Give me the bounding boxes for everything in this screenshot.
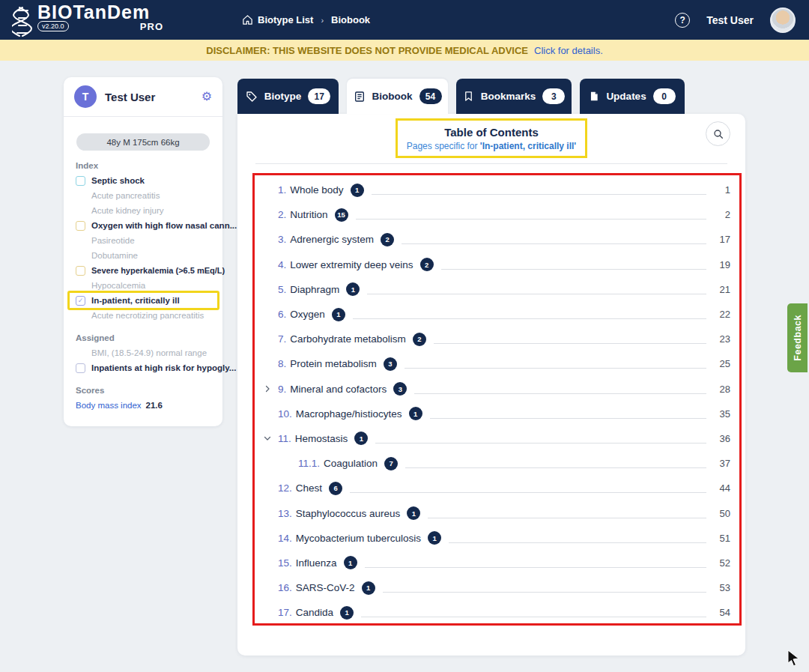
assigned-item-inpatients-hypoglycemia[interactable]: Inpatients at high risk for hypogly... — [64, 360, 222, 375]
page-number: 53 — [714, 582, 730, 593]
toc-row-whole-body[interactable]: 1. Whole body 1 1 — [262, 178, 730, 202]
chevron-down-icon[interactable] — [263, 434, 272, 443]
toc-row-protein-metabolism[interactable]: 8. Protein metabolism 3 25 — [262, 351, 730, 376]
tab-count-badge: 3 — [542, 88, 565, 104]
count-badge: 6 — [329, 482, 342, 495]
dot-leader — [402, 243, 706, 244]
tab-count-badge: 17 — [308, 88, 330, 104]
count-badge: 7 — [384, 457, 398, 470]
dot-leader — [434, 343, 706, 344]
toc-row-carbohydrate-metabolism[interactable]: 7. Carbohydrate metabolism 2 23 — [262, 327, 730, 351]
toc-row-coagulation[interactable]: 11.1. Coagulation 7 37 — [262, 451, 730, 476]
dot-leader — [383, 592, 706, 593]
index-item-hypocalcemia[interactable]: Hypocalcemia — [64, 278, 222, 293]
page-number: 21 — [714, 284, 730, 295]
dot-leader — [356, 219, 706, 220]
index-item-dobutamine[interactable]: Dobutamine — [64, 248, 222, 263]
search-button[interactable] — [706, 121, 730, 146]
count-badge: 1 — [354, 432, 368, 445]
checkbox[interactable] — [76, 363, 85, 373]
dot-leader — [441, 269, 706, 270]
index-item-pasireotide[interactable]: Pasireotide — [64, 233, 222, 248]
toc-row-mineral-and-cofactors[interactable]: 9. Mineral and cofactors 3 28 — [262, 377, 730, 402]
toc-row-lower-extremity-deep-veins[interactable]: 4. Lower extremity deep veins 2 19 — [262, 252, 730, 277]
toc-header-highlight: Table of Contents Pages specific for 'In… — [396, 118, 587, 158]
count-badge: 2 — [413, 333, 426, 346]
toc-annotation-box: 1. Whole body 1 1 2. Nutrition 15 2 3. A… — [252, 173, 742, 626]
page-number: 1 — [714, 184, 730, 196]
help-button[interactable]: ? — [675, 13, 690, 28]
tab-updates[interactable]: Updates 0 — [580, 79, 685, 114]
top-navbar: BIOTanDem v2.20.0 PRO Biotype List › Bio… — [0, 0, 809, 40]
disclaimer-details-link[interactable]: Click for details. — [534, 45, 603, 56]
book-icon — [354, 91, 366, 103]
chevron-right-icon[interactable] — [263, 384, 272, 393]
tag-icon — [246, 91, 258, 103]
page-number: 35 — [714, 408, 730, 420]
index-item-oxygen-hfnc[interactable]: Oxygen with high flow nasal cann... — [64, 218, 222, 233]
count-badge: 1 — [346, 282, 360, 296]
count-badge: 1 — [332, 308, 345, 321]
checkbox[interactable] — [76, 176, 85, 186]
disclaimer-text: DISCLAIMER: THIS WEBSITE DOES NOT PROVID… — [206, 45, 528, 56]
toc-row-sars-cov-2[interactable]: 16. SARS-CoV-2 1 53 — [262, 575, 730, 600]
index-item-inpatient-critically-ill[interactable]: ✓ In-patient, critically ill — [64, 293, 222, 308]
feedback-button[interactable]: Feedback — [787, 303, 808, 372]
page-number: 37 — [714, 458, 730, 469]
tab-biobook[interactable]: Biobook 54 — [347, 79, 448, 114]
main-tabs: Biotype 17 Biobook 54 Bookmarks 3 Update… — [237, 79, 685, 114]
index-item-acute-pancreatitis[interactable]: Acute pancreatitis — [64, 188, 222, 203]
tab-count-badge: 54 — [419, 88, 442, 104]
dot-leader — [367, 294, 706, 294]
toc-row-mycobacterium-tuberculosis[interactable]: 14. Mycobacterium tuberculosis 1 51 — [262, 526, 730, 551]
toc-title: Table of Contents — [444, 126, 539, 139]
count-badge: 2 — [420, 258, 434, 271]
brand-logo[interactable]: BIOTanDem v2.20.0 PRO — [12, 3, 163, 37]
breadcrumb-home-link[interactable]: Biotype List — [242, 14, 313, 25]
breadcrumb-current[interactable]: Biobook — [331, 14, 370, 25]
scores-section-label: Scores — [76, 386, 210, 395]
toc-row-hemostasis[interactable]: 11. Hemostasis 1 36 — [262, 426, 730, 451]
count-badge: 1 — [344, 556, 357, 569]
home-icon — [242, 14, 253, 25]
count-badge: 1 — [362, 581, 375, 595]
index-item-severe-hyperkalemia[interactable]: Severe hyperkalemia (>6.5 mEq/L) — [64, 263, 222, 278]
score-body-mass-index: Body mass index 21.6 — [64, 398, 222, 413]
index-item-acute-necrotizing-pancreatitis[interactable]: Acute necrotizing pancreatitis — [64, 308, 222, 323]
user-avatar[interactable] — [770, 7, 796, 33]
checkbox-checked[interactable]: ✓ — [76, 296, 85, 306]
count-badge: 15 — [335, 208, 348, 222]
page-number: 23 — [714, 333, 730, 345]
tab-bookmarks[interactable]: Bookmarks 3 — [456, 79, 572, 114]
toc-row-diaphragm[interactable]: 5. Diaphragm 1 21 — [262, 277, 730, 302]
mouse-cursor — [785, 649, 802, 667]
page-number: 52 — [714, 557, 730, 569]
dot-leader — [372, 194, 706, 195]
breadcrumb-separator: › — [321, 16, 324, 25]
toc-row-candida[interactable]: 17. Candida 1 54 — [262, 600, 730, 625]
checkbox[interactable] — [76, 266, 85, 276]
toc-subtitle: Pages specific for 'In-patient, critical… — [407, 141, 576, 151]
checkbox[interactable] — [76, 221, 85, 231]
patient-summary-pill[interactable]: 48y M 175cm 66kg — [76, 133, 210, 151]
count-badge: 1 — [351, 184, 364, 197]
toc-row-macrophage-histiocytes[interactable]: 10. Macrophage/histiocytes 1 35 — [262, 402, 730, 426]
score-link[interactable]: Body mass index — [76, 401, 142, 410]
tab-count-badge: 0 — [653, 88, 676, 104]
page-number: 19 — [714, 259, 730, 270]
index-item-acute-kidney-injury[interactable]: Acute kidney injury — [64, 203, 222, 218]
toc-row-chest[interactable]: 12. Chest 6 44 — [262, 476, 730, 500]
page-number: 54 — [714, 607, 730, 618]
assigned-item-bmi[interactable]: BMI, (18.5-24.9) normal range — [64, 345, 222, 360]
dot-leader — [404, 368, 706, 369]
count-badge: 1 — [407, 506, 420, 520]
toc-row-staphylococcus-aureus[interactable]: 13. Staphylococcus aureus 1 50 — [262, 500, 730, 525]
toc-row-influenza[interactable]: 15. Influenza 1 52 — [262, 551, 730, 575]
toc-row-adrenergic-system[interactable]: 3. Adrenergic system 2 17 — [262, 227, 730, 252]
index-item-septic-shock[interactable]: Septic shock — [64, 173, 222, 188]
tab-biotype[interactable]: Biotype 17 — [237, 79, 339, 114]
navbar-user-name[interactable]: Test User — [706, 14, 754, 26]
settings-gear-icon[interactable]: ⚙ — [202, 91, 212, 103]
toc-row-oxygen[interactable]: 6. Oxygen 1 22 — [262, 302, 730, 327]
toc-row-nutrition[interactable]: 2. Nutrition 15 2 — [262, 202, 730, 227]
